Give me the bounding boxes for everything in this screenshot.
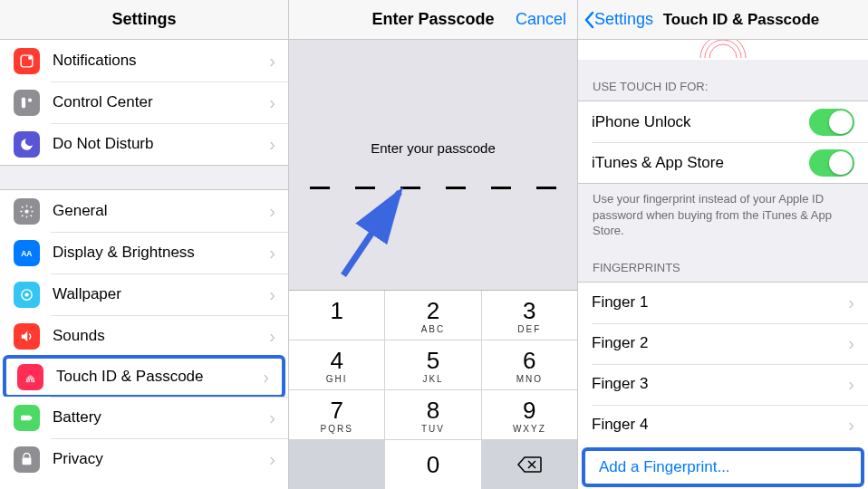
chevron-right-icon: › bbox=[269, 93, 288, 111]
settings-row-notif[interactable]: Notifications› bbox=[0, 40, 288, 82]
key-number: 7 bbox=[330, 397, 342, 425]
key-number: 1 bbox=[330, 297, 342, 325]
keypad-key-6[interactable]: 6MNO bbox=[482, 340, 577, 389]
svg-point-4 bbox=[24, 209, 28, 213]
passcode-dash bbox=[491, 187, 511, 189]
gen-icon bbox=[14, 198, 40, 225]
section-header-use-touchid: USE TOUCH ID FOR: bbox=[578, 60, 868, 101]
svg-point-7 bbox=[24, 292, 28, 296]
passcode-dash bbox=[536, 187, 556, 189]
chevron-right-icon: › bbox=[848, 293, 854, 312]
settings-panel: Settings Notifications›Control Center›Do… bbox=[0, 0, 289, 489]
chevron-right-icon: › bbox=[269, 244, 288, 262]
svg-text:AA: AA bbox=[21, 249, 32, 258]
keypad-backspace[interactable] bbox=[482, 440, 577, 489]
touch-icon bbox=[17, 364, 43, 390]
settings-row-label: Battery bbox=[53, 408, 269, 427]
keypad-key-7[interactable]: 7PQRS bbox=[289, 390, 384, 439]
annotation-arrow-icon bbox=[334, 176, 434, 284]
key-letters: TUV bbox=[421, 424, 445, 434]
settings-row-priv[interactable]: Privacy› bbox=[0, 438, 288, 480]
key-letters: PQRS bbox=[320, 424, 352, 434]
passcode-header: Enter Passcode Cancel bbox=[289, 0, 577, 40]
settings-row-dnd[interactable]: Do Not Disturb› bbox=[0, 123, 288, 165]
keypad-key-2[interactable]: 2ABC bbox=[385, 291, 480, 340]
svg-rect-9 bbox=[31, 417, 32, 419]
key-letters: GHI bbox=[326, 374, 348, 384]
svg-point-1 bbox=[28, 55, 32, 59]
fingerprint-label: Finger 1 bbox=[592, 293, 848, 312]
settings-row-label: General bbox=[53, 202, 269, 220]
settings-row-cc[interactable]: Control Center› bbox=[0, 82, 288, 123]
passcode-prompt: Enter your passcode bbox=[371, 140, 496, 156]
fingerprint-row[interactable]: Finger 1› bbox=[578, 283, 868, 323]
settings-row-batt[interactable]: Battery› bbox=[0, 397, 288, 438]
svg-rect-8 bbox=[21, 415, 31, 420]
touchid-title: Touch ID & Passcode bbox=[578, 11, 868, 29]
settings-row-label: Display & Brightness bbox=[53, 244, 269, 262]
keypad-key-1[interactable]: 1 bbox=[289, 291, 384, 340]
key-number: 5 bbox=[427, 347, 439, 375]
dnd-icon bbox=[14, 131, 40, 158]
toggle-switch[interactable] bbox=[809, 109, 854, 136]
keypad-key-8[interactable]: 8TUV bbox=[385, 390, 480, 439]
notif-icon bbox=[14, 48, 40, 74]
settings-row-label: Notifications bbox=[53, 52, 269, 70]
key-letters: MNO bbox=[516, 374, 543, 384]
key-number: 4 bbox=[330, 347, 342, 375]
chevron-right-icon: › bbox=[848, 416, 854, 434]
settings-row-label: Wallpaper bbox=[53, 285, 269, 303]
disp-icon: AA bbox=[14, 240, 40, 266]
settings-row-disp[interactable]: AADisplay & Brightness› bbox=[0, 232, 288, 273]
passcode-dash bbox=[355, 187, 375, 189]
keypad-key-5[interactable]: 5JKL bbox=[385, 340, 480, 389]
fingerprint-label: Finger 4 bbox=[592, 416, 848, 434]
key-letters: ABC bbox=[421, 324, 446, 334]
chevron-right-icon: › bbox=[848, 375, 854, 393]
key-number: 8 bbox=[427, 397, 439, 425]
key-number: 6 bbox=[523, 347, 535, 375]
backspace-icon bbox=[516, 455, 542, 474]
svg-rect-2 bbox=[22, 97, 25, 107]
chevron-right-icon: › bbox=[269, 135, 288, 153]
svg-line-11 bbox=[343, 192, 400, 275]
fingerprint-label: Finger 3 bbox=[592, 375, 848, 393]
settings-row-label: Privacy bbox=[53, 450, 269, 468]
passcode-dash bbox=[310, 187, 330, 189]
settings-row-wall[interactable]: Wallpaper› bbox=[0, 273, 288, 315]
toggle-label: iTunes & App Store bbox=[592, 154, 809, 172]
fingerprint-row[interactable]: Finger 2› bbox=[578, 323, 868, 364]
wall-icon bbox=[14, 282, 40, 308]
passcode-dash bbox=[400, 187, 420, 189]
passcode-entry-area: Enter your passcode bbox=[289, 40, 577, 290]
section-footer-note: Use your fingerprint instead of your App… bbox=[578, 183, 868, 252]
keypad-key-0[interactable]: 0 bbox=[385, 440, 480, 489]
chevron-right-icon: › bbox=[269, 408, 288, 427]
settings-row-label: Control Center bbox=[53, 93, 269, 111]
add-fingerprint-label: Add a Fingerprint... bbox=[599, 458, 847, 476]
keypad-key-4[interactable]: 4GHI bbox=[289, 340, 384, 389]
cancel-button[interactable]: Cancel bbox=[516, 10, 566, 29]
svg-rect-10 bbox=[23, 457, 32, 465]
key-number: 3 bbox=[523, 297, 535, 325]
chevron-right-icon: › bbox=[269, 327, 288, 345]
settings-row-label: Sounds bbox=[53, 327, 269, 345]
add-fingerprint-row[interactable]: Add a Fingerprint... bbox=[582, 447, 864, 487]
chevron-right-icon: › bbox=[263, 368, 282, 386]
chevron-right-icon: › bbox=[269, 285, 288, 303]
keypad-key-3[interactable]: 3DEF bbox=[482, 291, 577, 340]
chevron-right-icon: › bbox=[848, 334, 854, 352]
fingerprint-row[interactable]: Finger 4› bbox=[578, 405, 868, 446]
fingerprint-row[interactable]: Finger 3› bbox=[578, 364, 868, 405]
section-header-fingerprints: FINGERPRINTS bbox=[578, 252, 868, 283]
settings-row-sound[interactable]: Sounds› bbox=[0, 315, 288, 357]
toggle-switch[interactable] bbox=[809, 149, 854, 177]
key-number: 2 bbox=[427, 297, 439, 325]
group-separator bbox=[0, 165, 288, 190]
settings-row-touch[interactable]: Touch ID & Passcode› bbox=[3, 355, 285, 398]
priv-icon bbox=[14, 446, 40, 473]
keypad-key-9[interactable]: 9WXYZ bbox=[482, 390, 577, 439]
numeric-keypad: 1 2ABC3DEF4GHI5JKL6MNO7PQRS8TUV9WXYZ0 bbox=[289, 290, 577, 489]
passcode-dash bbox=[446, 187, 466, 189]
settings-row-gen[interactable]: General› bbox=[0, 190, 288, 232]
